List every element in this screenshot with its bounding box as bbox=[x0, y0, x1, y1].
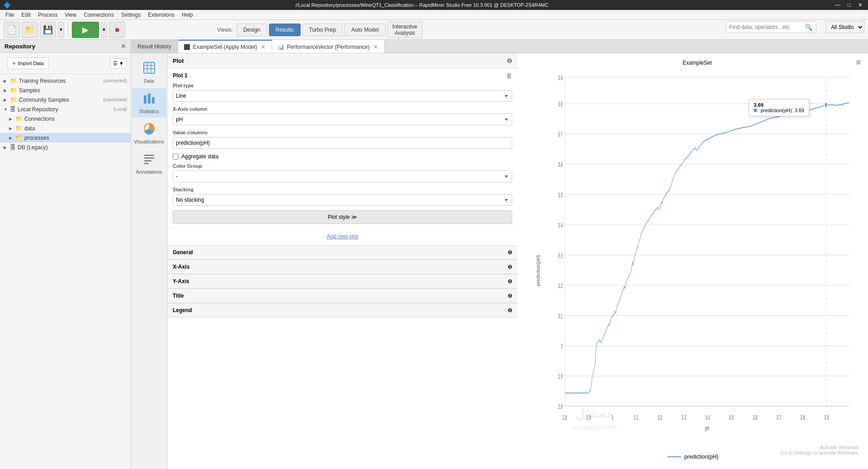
menu-help[interactable]: Help bbox=[178, 11, 197, 19]
delete-plot-button[interactable]: 🗑 bbox=[506, 72, 512, 79]
results-view-button[interactable]: Results bbox=[269, 24, 301, 36]
menu-extensions[interactable]: Extensions bbox=[144, 11, 178, 19]
turbo-prep-view-button[interactable]: Turbo Prep bbox=[302, 24, 343, 36]
x-axis-label: X-Axis column bbox=[173, 106, 512, 112]
collapse-plot-button[interactable]: ⊖ bbox=[507, 57, 512, 64]
svg-text:3.6: 3.6 bbox=[558, 161, 563, 169]
svg-text:2.9: 2.9 bbox=[586, 413, 591, 422]
menu-process[interactable]: Process bbox=[34, 11, 61, 19]
legend-section-header[interactable]: Legend ⊖ bbox=[167, 303, 518, 317]
design-view-button[interactable]: Design bbox=[236, 24, 267, 36]
import-data-button[interactable]: + Import Data bbox=[7, 57, 49, 69]
interactive-analysis-button[interactable]: Interactive Analysis bbox=[387, 22, 422, 38]
menu-view[interactable]: View bbox=[61, 11, 80, 19]
run-dropdown[interactable]: ▼ bbox=[101, 22, 107, 38]
general-section-label: General bbox=[173, 249, 193, 256]
stop-button[interactable]: ■ bbox=[109, 22, 125, 38]
search-scope-dropdown[interactable]: All Studio bbox=[826, 21, 864, 33]
title-section-header[interactable]: Title ⊖ bbox=[167, 289, 518, 303]
chart-menu-button[interactable]: ≡ bbox=[856, 58, 861, 67]
chart-legend: prediction(pH) bbox=[667, 454, 718, 460]
views-label: Views: bbox=[217, 27, 233, 33]
menu-connections[interactable]: Connections bbox=[80, 11, 118, 19]
tab-close-button[interactable]: ✕ bbox=[260, 44, 266, 50]
x-axis-section-header[interactable]: X-Axis ⊖ bbox=[167, 260, 518, 274]
minimize-button[interactable]: — bbox=[833, 2, 842, 8]
close-button[interactable]: ✕ bbox=[856, 2, 864, 8]
maximize-button[interactable]: □ bbox=[846, 2, 853, 8]
menu-settings[interactable]: Settings bbox=[118, 11, 144, 19]
sidebar-item-connections[interactable]: ▶ 📁 Connections bbox=[0, 114, 131, 123]
icon-sidebar-annotations[interactable]: Annotations bbox=[132, 149, 166, 178]
aggregate-data-checkbox[interactable] bbox=[173, 154, 179, 160]
title-section-label: Title bbox=[173, 293, 184, 299]
color-group-select[interactable]: - bbox=[173, 171, 512, 182]
menu-edit[interactable]: Edit bbox=[18, 11, 34, 19]
color-group-group: Color Group - bbox=[173, 163, 512, 182]
arrow-icon: ▶ bbox=[4, 98, 8, 102]
icon-sidebar-statistics[interactable]: Statistics bbox=[132, 88, 166, 118]
auto-model-view-button[interactable]: Auto Model bbox=[344, 24, 386, 36]
run-button[interactable]: ▶ bbox=[72, 22, 99, 38]
folder-icon: 📁 bbox=[15, 115, 23, 122]
sidebar-item-data[interactable]: ▶ 📁 data bbox=[0, 123, 131, 133]
save-dropdown[interactable]: ▼ bbox=[58, 22, 64, 38]
legend-line bbox=[667, 456, 681, 457]
color-group-label: Color Group bbox=[173, 163, 512, 169]
tab-performance-vector[interactable]: 📊 PerformanceVector (Performance) ✕ bbox=[272, 40, 385, 53]
add-new-plot-link[interactable]: Add new plot bbox=[173, 233, 512, 240]
titlebar-title: //Local Repository/processes/WineQT1_Cla… bbox=[295, 2, 548, 8]
content-area: Result History ⬛ ExampleSet (Apply Model… bbox=[131, 40, 868, 469]
tab-close-button[interactable]: ✕ bbox=[373, 44, 379, 50]
sidebar-item-db-legacy[interactable]: ▶ 🗄 DB (Legacy) bbox=[0, 142, 131, 152]
title-collapse-icon: ⊖ bbox=[508, 293, 512, 299]
svg-point-54 bbox=[825, 102, 827, 108]
menu-file[interactable]: File bbox=[2, 11, 18, 19]
new-process-button[interactable]: 📄 bbox=[4, 22, 20, 38]
y-axis-collapse-icon: ⊖ bbox=[508, 278, 512, 284]
svg-rect-12 bbox=[144, 163, 149, 164]
plot-style-button[interactable]: Plot style ≫ bbox=[173, 210, 512, 224]
svg-text:3.4: 3.4 bbox=[705, 413, 710, 422]
tab-example-set[interactable]: ⬛ ExampleSet (Apply Model) ✕ bbox=[178, 40, 272, 53]
x-axis-select[interactable]: pH bbox=[173, 114, 512, 125]
x-axis-collapse-icon: ⊖ bbox=[508, 264, 512, 270]
sidebar-item-label: Local Repository bbox=[18, 106, 111, 113]
sort-button[interactable]: ☰ ▼ bbox=[110, 58, 127, 69]
sidebar-item-community-samples[interactable]: ▶ 📁 Community Samples (connected) bbox=[0, 95, 131, 104]
sidebar-close-button[interactable]: ✕ bbox=[121, 43, 126, 50]
svg-text:3.9: 3.9 bbox=[824, 413, 829, 422]
plot-panel-title: Plot bbox=[173, 57, 184, 64]
y-axis-section-header[interactable]: Y-Axis ⊖ bbox=[167, 274, 518, 289]
tab-label: ExampleSet (Apply Model) bbox=[193, 44, 257, 50]
icon-sidebar-visualizations[interactable]: Visualizations bbox=[132, 118, 166, 148]
svg-rect-0 bbox=[144, 62, 155, 73]
chart-header: ExampleSet ≡ bbox=[518, 53, 868, 72]
windows-notice-line1: Activate Windows bbox=[780, 445, 859, 450]
windows-activation: Activate Windows Go to Settings to activ… bbox=[780, 445, 859, 455]
svg-text:3.1: 3.1 bbox=[634, 413, 639, 422]
svg-rect-11 bbox=[144, 160, 151, 161]
icon-sidebar-data[interactable]: Data bbox=[132, 58, 166, 87]
folder-icon: 📁 bbox=[10, 96, 17, 103]
folder-icon: 📁 bbox=[10, 77, 17, 84]
plot-type-select[interactable]: Line bbox=[173, 90, 512, 102]
import-btn-label: Import Data bbox=[18, 61, 43, 66]
save-button[interactable]: 💾 bbox=[40, 22, 56, 38]
stacking-select[interactable]: No stacking bbox=[173, 194, 512, 206]
arrow-icon: ▶ bbox=[9, 136, 14, 140]
sidebar-item-training-resources[interactable]: ▶ 📁 Training Resources (connected) bbox=[0, 76, 131, 85]
sidebar-item-local-repository[interactable]: ▼ 🗄 Local Repository (Local) bbox=[0, 104, 131, 114]
open-button[interactable]: 📁 bbox=[22, 22, 38, 38]
search-input[interactable] bbox=[726, 21, 816, 33]
general-collapse-icon: ⊖ bbox=[508, 249, 512, 256]
sidebar-item-processes[interactable]: ▶ 📁 processes bbox=[0, 133, 131, 142]
value-columns-input[interactable] bbox=[173, 137, 512, 149]
sidebar-item-sublabel: (connected) bbox=[103, 97, 127, 102]
general-section-header[interactable]: General ⊖ bbox=[167, 245, 518, 260]
main-layout: Repository ✕ + Import Data ☰ ▼ ▶ 📁 Train… bbox=[0, 40, 868, 469]
tab-result-history[interactable]: Result History bbox=[131, 40, 178, 53]
sidebar-item-samples[interactable]: ▶ 📁 Samples bbox=[0, 85, 131, 95]
svg-text:3.1: 3.1 bbox=[558, 312, 563, 320]
arrow-icon: ▶ bbox=[9, 117, 14, 121]
